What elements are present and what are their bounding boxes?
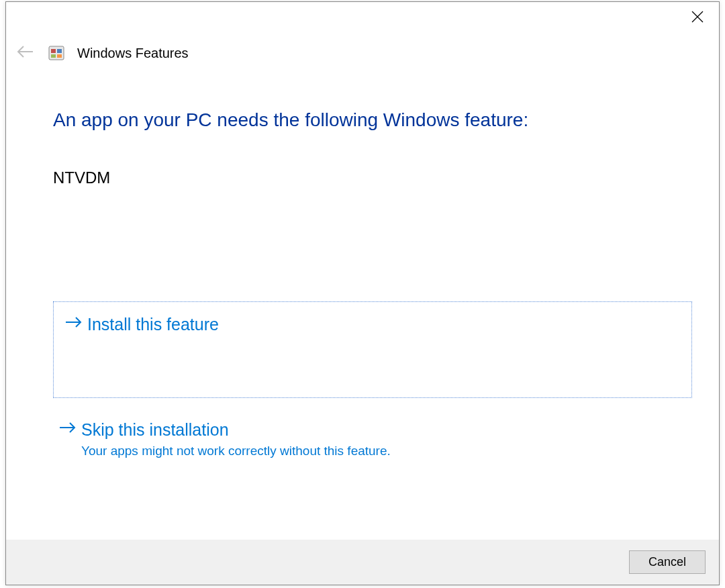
svg-rect-6 xyxy=(51,54,56,58)
install-option-text: Install this feature xyxy=(87,314,681,334)
arrow-right-icon xyxy=(58,420,77,440)
cancel-button[interactable]: Cancel xyxy=(629,550,706,574)
skip-option-text: Skip this installation Your apps might n… xyxy=(81,420,687,458)
dialog-body: An app on your PC needs the following Wi… xyxy=(6,64,719,540)
back-arrow-icon xyxy=(15,42,36,64)
skip-option-title: Skip this installation xyxy=(81,420,687,440)
feature-name-text: NTVDM xyxy=(53,168,692,187)
install-option-row: Install this feature xyxy=(59,310,686,338)
install-option-title: Install this feature xyxy=(87,314,681,334)
svg-rect-7 xyxy=(57,54,62,58)
svg-rect-4 xyxy=(51,49,56,53)
headline-text: An app on your PC needs the following Wi… xyxy=(53,109,692,131)
close-icon xyxy=(691,9,704,27)
dialog-footer: Cancel xyxy=(6,540,719,585)
skip-option-subtitle: Your apps might not work correctly witho… xyxy=(81,444,687,458)
svg-rect-5 xyxy=(57,49,62,53)
close-button[interactable] xyxy=(685,9,710,28)
dialog-title: Windows Features xyxy=(77,46,189,61)
skip-option[interactable]: Skip this installation Your apps might n… xyxy=(53,415,692,462)
windows-features-dialog: Windows Features An app on your PC needs… xyxy=(5,1,720,585)
windows-features-icon xyxy=(48,44,65,62)
options-area: Install this feature Skip this installat… xyxy=(53,301,692,462)
arrow-right-icon xyxy=(64,314,83,334)
install-option[interactable]: Install this feature xyxy=(53,301,692,398)
dialog-header: Windows Features xyxy=(6,2,719,64)
